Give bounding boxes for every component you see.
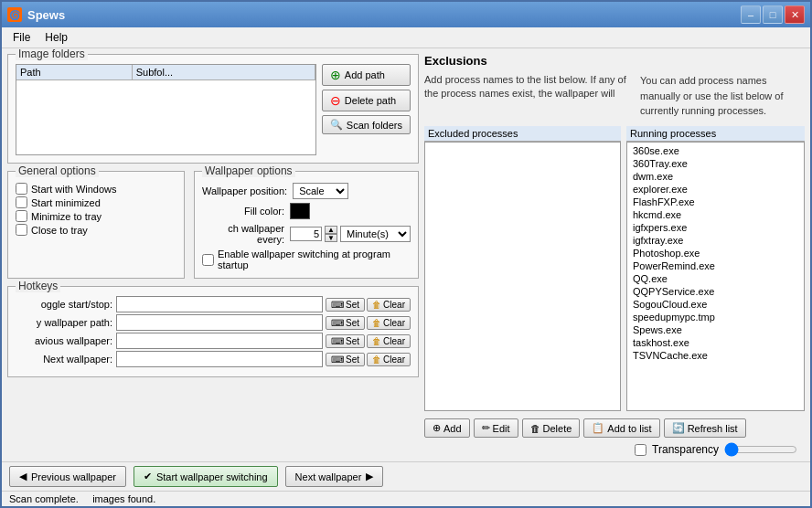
transparency-slider[interactable] <box>724 443 797 456</box>
folders-table[interactable]: Path Subfol... <box>16 64 316 155</box>
spinner-down[interactable]: ▼ <box>325 234 337 242</box>
clear-icon: 🗑 <box>372 318 381 328</box>
prev-set-button[interactable]: ⌨ Set <box>326 334 365 348</box>
running-process-item[interactable]: taskhost.exe <box>629 336 802 349</box>
title-controls: – □ ✕ <box>741 5 805 24</box>
start-windows-checkbox[interactable] <box>16 183 27 195</box>
close-button[interactable]: ✕ <box>785 5 805 24</box>
clear-icon: 🗑 <box>372 355 381 365</box>
running-process-item[interactable]: hkcmd.exe <box>629 208 802 221</box>
prev-clear-button[interactable]: 🗑 Clear <box>367 334 411 348</box>
next-set-button[interactable]: ⌨ Set <box>326 353 365 366</box>
edit-exclusion-button[interactable]: ✏ Edit <box>474 418 518 438</box>
col-path: Path <box>16 65 132 80</box>
toggle-hotkey-buttons: ⌨ Set 🗑 Clear <box>326 298 411 312</box>
bottom-bar: ◀ Previous wallpaper ✔ Start wallpaper s… <box>2 461 810 491</box>
next-wallpaper-button[interactable]: Next wallpaper ▶ <box>285 466 384 487</box>
exclusions-description: Add process names to the list below. If … <box>424 73 633 101</box>
menu-help[interactable]: Help <box>37 29 75 46</box>
unit-select[interactable]: Minute(s) Hour(s) Second(s) <box>340 226 411 242</box>
interval-input[interactable] <box>290 227 322 241</box>
scan-folders-button[interactable]: 🔍 Scan folders <box>322 115 411 134</box>
menu-bar: File Help <box>2 27 810 48</box>
running-process-item[interactable]: igfxtray.exe <box>629 234 802 247</box>
start-switching-button[interactable]: ✔ Start wallpaper switching <box>134 466 278 487</box>
prev-wallpaper-hotkey-input[interactable] <box>116 333 323 349</box>
close-tray-checkbox[interactable] <box>16 224 27 236</box>
wallpaper-path-hotkey-input[interactable] <box>116 314 323 331</box>
change-interval-row: ch wallpaper every: ▲ ▼ Minute(s) Hour(s… <box>202 223 411 245</box>
wallpaper-path-set-button[interactable]: ⌨ Set <box>326 316 365 330</box>
exclusion-buttons: ⊕ Add ✏ Edit 🗑 Delete 📋 Add to list 🔄 <box>424 418 805 438</box>
next-wallpaper-hotkey-input[interactable] <box>116 351 323 367</box>
running-process-item[interactable]: 360se.exe <box>629 144 802 157</box>
set-icon: ⌨ <box>331 318 344 328</box>
running-process-item[interactable]: SogouCloud.exe <box>629 298 802 311</box>
options-row: General options Start with Windows Start… <box>7 171 419 279</box>
wallpaper-options-label: Wallpaper options <box>202 164 295 177</box>
prev-wallpaper-hotkey-buttons: ⌨ Set 🗑 Clear <box>326 334 411 348</box>
folders-buttons: ⊕ Add path ⊖ Delete path 🔍 Scan folders <box>322 64 411 155</box>
running-processes-container: Running processes 360se.exe360Tray.exedw… <box>626 126 805 412</box>
hotkey-toggle: oggle start/stop: ⌨ Set 🗑 Clear <box>16 296 411 312</box>
maximize-button[interactable]: □ <box>763 5 783 24</box>
refresh-list-button[interactable]: 🔄 Refresh list <box>664 418 746 438</box>
toggle-hotkey-input[interactable] <box>116 296 323 312</box>
fill-color-picker[interactable] <box>290 203 310 219</box>
add-to-list-button[interactable]: 📋 Add to list <box>583 418 659 438</box>
running-process-item[interactable]: QQPYService.exe <box>629 285 802 298</box>
next-icon: ▶ <box>366 471 373 482</box>
add-icon: ⊕ <box>330 68 341 82</box>
left-panel: Image folders Path Subfol... <box>7 54 419 456</box>
enable-switch-row: Enable wallpaper switching at program st… <box>202 249 411 270</box>
status-bar: Scan complete. images found. <box>2 491 810 506</box>
running-process-item[interactable]: 360Tray.exe <box>629 157 802 170</box>
wallpaper-options-group: Wallpaper options Wallpaper position: Sc… <box>194 171 419 279</box>
running-process-item[interactable]: speedupmypc.tmp <box>629 311 802 323</box>
running-process-item[interactable]: Photoshop.exe <box>629 247 802 259</box>
running-process-item[interactable]: explorer.exe <box>629 183 802 196</box>
running-process-item[interactable]: igfxpers.exe <box>629 221 802 234</box>
wallpaper-options-content: Wallpaper position: Scale Stretch Center… <box>202 183 411 270</box>
enable-switch-checkbox[interactable] <box>202 254 214 266</box>
minimize-button[interactable]: – <box>741 5 761 24</box>
status-images: images found. <box>92 493 155 504</box>
minimize-tray-checkbox[interactable] <box>16 210 27 222</box>
position-select[interactable]: Scale Stretch Center Tile <box>293 183 348 199</box>
running-processes-list[interactable]: 360se.exe360Tray.exedwm.exeexplorer.exeF… <box>626 142 805 412</box>
next-clear-button[interactable]: 🗑 Clear <box>367 353 411 366</box>
hotkey-wallpaper-path: y wallpaper path: ⌨ Set 🗑 Clear <box>16 314 411 331</box>
start-minimized-checkbox[interactable] <box>16 196 27 208</box>
main-window: 🌀 Spews – □ ✕ File Help Image folders <box>0 0 812 508</box>
delete-path-button[interactable]: ⊖ Delete path <box>322 90 411 111</box>
title-bar: 🌀 Spews – □ ✕ <box>2 2 810 27</box>
wallpaper-path-clear-button[interactable]: 🗑 Clear <box>367 316 411 330</box>
hotkey-next-wallpaper: Next wallpaper: ⌨ Set 🗑 Clear <box>16 351 411 367</box>
delete-icon: ⊖ <box>330 93 341 108</box>
add-list-icon: 📋 <box>592 422 604 434</box>
prev-wallpaper-button[interactable]: ◀ Previous wallpaper <box>9 466 126 487</box>
toggle-set-button[interactable]: ⌨ Set <box>326 298 365 312</box>
add-exclusion-button[interactable]: ⊕ Add <box>424 418 470 438</box>
running-process-item[interactable]: QQ.exe <box>629 272 802 285</box>
transparency-checkbox[interactable] <box>635 444 646 456</box>
excluded-list-header: Excluded processes <box>424 126 621 142</box>
spinner-up[interactable]: ▲ <box>325 226 337 234</box>
checkbox-close-tray: Close to tray <box>16 224 176 236</box>
slider-container <box>724 443 797 456</box>
delete-exclusion-button[interactable]: 🗑 Delete <box>522 418 581 438</box>
running-process-item[interactable]: Spews.exe <box>629 323 802 336</box>
running-process-item[interactable]: dwm.exe <box>629 170 802 183</box>
running-process-item[interactable]: TSVNCache.exe <box>629 349 802 362</box>
add-path-button[interactable]: ⊕ Add path <box>322 64 411 86</box>
col-subfol: Subfol... <box>132 65 315 80</box>
menu-file[interactable]: File <box>5 29 37 46</box>
checkbox-start-windows: Start with Windows <box>16 183 176 195</box>
image-folders-group: Image folders Path Subfol... <box>7 54 419 164</box>
running-process-item[interactable]: PowerRemind.exe <box>629 259 802 272</box>
start-icon: ✔ <box>144 471 152 482</box>
toggle-clear-button[interactable]: 🗑 Clear <box>367 298 411 312</box>
running-process-item[interactable]: FlashFXP.exe <box>629 196 802 208</box>
excluded-processes-list[interactable] <box>424 142 621 412</box>
image-folders-label: Image folders <box>16 48 88 60</box>
